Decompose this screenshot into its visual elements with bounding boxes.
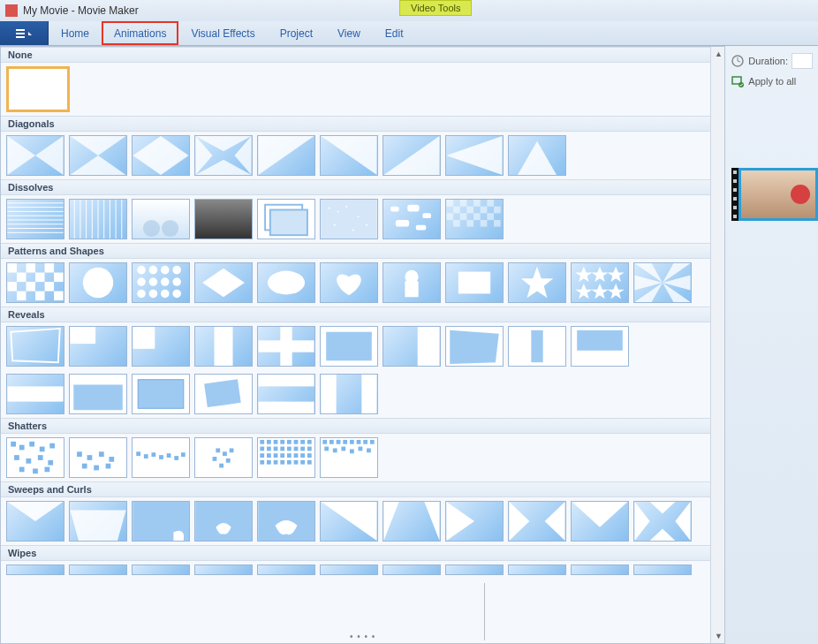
transition-pattern[interactable]	[445, 262, 504, 303]
transition-pattern[interactable]	[194, 262, 253, 303]
transition-diagonal[interactable]	[508, 135, 566, 176]
transition-sweep[interactable]	[571, 501, 629, 542]
transition-dissolve[interactable]	[194, 199, 253, 239]
transition-sweep[interactable]	[445, 501, 504, 542]
svg-marker-7	[133, 136, 188, 175]
tab-project[interactable]: Project	[268, 21, 325, 45]
transition-diagonal[interactable]	[132, 135, 190, 176]
transition-wipe[interactable]	[633, 564, 692, 575]
apply-all-icon	[731, 74, 745, 88]
transition-sweep[interactable]	[69, 501, 127, 542]
transition-shatter[interactable]	[69, 437, 127, 478]
tab-edit[interactable]: Edit	[373, 21, 416, 45]
tab-visual-effects[interactable]: Visual Effects	[178, 21, 267, 45]
transition-reveal[interactable]	[320, 374, 378, 414]
transition-reveal[interactable]	[69, 326, 127, 367]
transition-dissolve[interactable]	[320, 199, 378, 239]
transition-diagonal[interactable]	[6, 135, 64, 176]
svg-rect-62	[487, 213, 494, 220]
svg-rect-48	[422, 213, 431, 218]
transition-shatter[interactable]	[257, 437, 315, 478]
svg-rect-46	[390, 207, 399, 212]
scroll-down-icon[interactable]: ▼	[711, 629, 725, 643]
transition-sweep[interactable]	[257, 501, 315, 542]
transition-pattern[interactable]	[633, 262, 692, 303]
resize-handle-icon[interactable]: • • • •	[350, 632, 375, 641]
svg-point-40	[337, 210, 339, 212]
transition-wipe[interactable]	[571, 564, 629, 575]
transition-reveal[interactable]	[508, 326, 566, 367]
transition-diagonal[interactable]	[194, 135, 253, 176]
transition-reveal[interactable]	[6, 326, 64, 367]
transition-diagonal[interactable]	[445, 135, 504, 176]
transition-reveal[interactable]	[132, 326, 190, 367]
transition-shatter[interactable]	[6, 437, 64, 478]
transition-pattern[interactable]	[132, 262, 190, 303]
transition-wipe[interactable]	[69, 564, 127, 575]
transition-shatter[interactable]	[194, 437, 253, 478]
transition-dissolve[interactable]	[132, 199, 190, 239]
transition-pattern[interactable]	[69, 262, 127, 303]
file-menu-button[interactable]	[0, 21, 49, 45]
transition-dissolve[interactable]	[69, 199, 127, 239]
transition-pattern[interactable]	[257, 262, 315, 303]
transition-reveal[interactable]	[69, 374, 127, 414]
transition-sweep[interactable]	[508, 501, 566, 542]
transition-sweep[interactable]	[382, 501, 441, 542]
transition-reveal[interactable]	[194, 374, 253, 414]
transition-dissolve[interactable]	[6, 199, 64, 239]
transition-shatter[interactable]	[320, 437, 378, 478]
svg-rect-168	[260, 447, 264, 451]
transition-wipe[interactable]	[508, 564, 566, 575]
transition-pattern[interactable]	[382, 262, 441, 303]
transition-sweep[interactable]	[320, 501, 378, 542]
transition-wipe[interactable]	[320, 564, 378, 575]
apply-to-all-button[interactable]: Apply to all	[731, 74, 813, 88]
transition-diagonal[interactable]	[257, 135, 315, 176]
transition-pattern[interactable]	[571, 262, 629, 303]
transition-wipe[interactable]	[194, 564, 253, 575]
svg-rect-1	[16, 33, 25, 34]
svg-rect-204	[359, 447, 363, 451]
transition-reveal[interactable]	[571, 326, 629, 367]
transition-diagonal[interactable]	[320, 135, 378, 176]
transition-reveal[interactable]	[6, 374, 64, 414]
timeline-clip[interactable]	[738, 168, 818, 221]
transition-reveal[interactable]	[257, 374, 315, 414]
tab-home[interactable]: Home	[49, 21, 102, 45]
transition-wipe[interactable]	[257, 564, 315, 575]
transition-shatter[interactable]	[132, 437, 190, 478]
transition-wipe[interactable]	[445, 564, 504, 575]
duration-input[interactable]	[791, 53, 813, 69]
transition-wipe[interactable]	[382, 564, 441, 575]
transition-diagonal[interactable]	[69, 135, 127, 176]
transition-reveal[interactable]	[320, 326, 378, 367]
transition-reveal[interactable]	[445, 326, 504, 367]
transition-reveal[interactable]	[382, 326, 441, 367]
transition-reveal[interactable]	[257, 326, 315, 367]
transition-sweep[interactable]	[633, 501, 692, 542]
transition-dissolve[interactable]	[445, 199, 504, 239]
gallery-scrollbar[interactable]: ▲ ▼	[710, 47, 724, 643]
transition-reveal[interactable]	[132, 374, 190, 414]
svg-rect-72	[54, 273, 64, 283]
transition-wipe[interactable]	[6, 564, 64, 575]
splitter[interactable]	[484, 583, 485, 640]
transition-pattern[interactable]	[6, 262, 64, 303]
svg-marker-100	[575, 284, 592, 299]
transition-dissolve[interactable]	[382, 199, 441, 239]
transition-pattern[interactable]	[320, 262, 378, 303]
transition-none[interactable]	[6, 66, 70, 112]
transition-diagonal[interactable]	[382, 135, 441, 176]
svg-rect-170	[274, 447, 278, 451]
transition-sweep[interactable]	[194, 501, 253, 542]
tab-animations[interactable]: Animations	[102, 21, 178, 45]
transition-pattern[interactable]	[508, 262, 566, 303]
transition-sweep[interactable]	[132, 501, 190, 542]
transition-sweep[interactable]	[6, 501, 64, 542]
tab-view[interactable]: View	[325, 21, 373, 45]
transition-wipe[interactable]	[132, 564, 190, 575]
scroll-up-icon[interactable]: ▲	[711, 47, 725, 61]
transition-dissolve[interactable]	[257, 199, 315, 239]
transition-reveal[interactable]	[194, 326, 253, 367]
